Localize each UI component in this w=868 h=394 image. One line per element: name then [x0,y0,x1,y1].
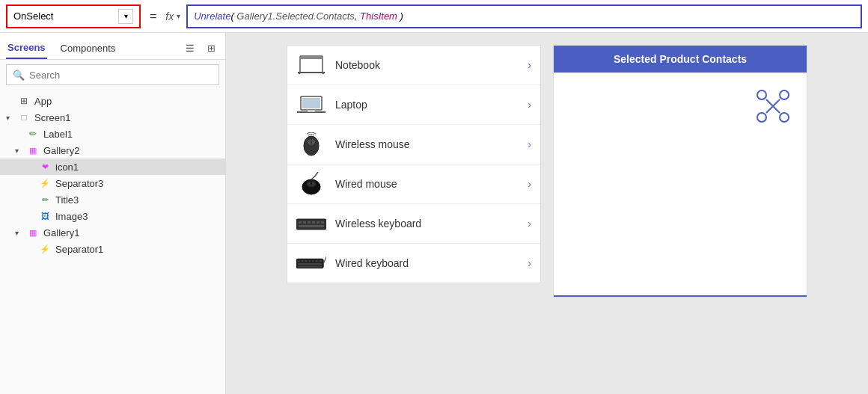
tree: ⊞ App ▾ □ Screen1 ✏ Label1 ▾ ▦ Gallery2 [0,90,225,394]
svg-rect-18 [308,221,311,224]
contacts-separator [554,295,807,297]
svg-rect-28 [312,260,314,262]
svg-rect-6 [302,98,320,108]
svg-rect-1 [300,56,323,59]
search-input[interactable] [29,70,213,81]
tree-label-image3: Image3 [55,211,88,222]
wireless-mouse-svg [297,132,326,156]
tree-item-image3[interactable]: 🖼 Image3 [0,208,225,224]
svg-point-35 [780,90,789,99]
tree-item-screen1[interactable]: ▾ □ Screen1 [0,109,225,126]
contacts-header: Selected Product Contacts [554,46,807,73]
separator1-icon: ⚡ [39,243,51,255]
tree-label-separator3: Separator3 [55,178,103,189]
svg-rect-31 [298,263,322,265]
tree-item-separator1[interactable]: ⚡ Separator1 [0,241,225,257]
tab-icons: ☰ ⊞ [182,40,219,57]
product-name-notebook: Notebook [335,59,519,71]
tree-label-title3: Title3 [55,194,79,206]
formula-bar[interactable]: Unrelate( Gallery1.Selected.Contacts, Th… [186,4,862,28]
svg-rect-30 [319,260,322,262]
svg-rect-26 [305,260,307,262]
separator3-icon: ⚡ [39,177,51,189]
tabs-row: Screens Components ☰ ⊞ [0,33,225,60]
onselect-dropdown[interactable]: OnSelect ▾ [6,4,141,28]
svg-point-37 [780,113,789,122]
svg-rect-15 [296,219,326,230]
search-box: 🔍 [6,64,219,85]
svg-rect-19 [312,221,315,224]
svg-rect-16 [299,221,302,224]
formula-fn: Unrelate [194,10,230,22]
product-name-laptop: Laptop [335,99,519,111]
main-layout: Screens Components ☰ ⊞ 🔍 ⊞ App ▾ □ [0,33,868,394]
app-icon: ⊞ [18,95,30,107]
gallery1-icon: ▦ [27,227,39,238]
product-item-wireless-mouse[interactable]: Wireless mouse › [287,125,540,164]
svg-rect-24 [298,260,300,262]
icon1-icon: ❤ [39,161,51,173]
tree-item-gallery1[interactable]: ▾ ▦ Gallery1 [0,224,225,241]
tree-item-gallery2[interactable]: ▾ ▦ Gallery2 [0,142,225,158]
product-chevron-wireless-keyboard: › [528,218,531,230]
tree-item-icon1[interactable]: ❤ icon1 [0,158,225,175]
content-area: Notebook › Laptop › [226,33,868,394]
product-item-wired-mouse[interactable]: Wired mouse › [287,164,540,204]
product-chevron-wireless-mouse: › [528,138,531,150]
product-item-wired-keyboard[interactable]: Wired keyboard › [287,244,540,283]
svg-rect-25 [302,260,304,262]
list-view-icon[interactable]: ☰ [182,40,198,57]
tree-item-label1[interactable]: ✏ Label1 [0,126,225,142]
laptop-img [296,93,326,117]
search-icon: 🔍 [13,70,25,81]
notebook-svg [297,55,326,76]
tree-label-icon1: icon1 [55,161,79,173]
wired-keyboard-img [296,251,326,275]
tree-arrow-gallery2: ▾ [15,147,22,155]
close-icon-container[interactable] [754,87,792,125]
product-item-notebook[interactable]: Notebook › [287,46,540,85]
image3-icon: 🖼 [39,210,51,222]
contacts-panel: Selected Product Contacts [553,45,807,298]
svg-rect-21 [321,221,324,224]
tree-item-title3[interactable]: ✏ Title3 [0,191,225,208]
product-item-laptop[interactable]: Laptop › [287,85,540,125]
tree-item-app[interactable]: ⊞ App [0,93,225,109]
fx-box: fx ▾ [165,10,180,22]
close-icon[interactable] [754,87,792,125]
product-name-wireless-mouse: Wireless mouse [335,138,519,150]
wired-mouse-svg [297,172,326,196]
tree-label-gallery2: Gallery2 [43,145,79,156]
svg-rect-17 [303,221,306,224]
product-chevron-wired-keyboard: › [528,257,531,269]
tree-item-separator3[interactable]: ⚡ Separator3 [0,175,225,191]
tree-label-separator1: Separator1 [55,244,103,255]
svg-point-36 [757,113,766,122]
contacts-body [554,73,807,297]
svg-point-9 [304,136,319,156]
product-name-wired-keyboard: Wired keyboard [335,257,519,269]
product-chevron-laptop: › [528,99,531,111]
fx-label: fx [165,10,174,22]
tree-arrow-screen1: ▾ [6,114,13,122]
product-item-wireless-keyboard[interactable]: Wireless keyboard › [287,204,540,244]
wired-mouse-img [296,172,326,196]
onselect-label: OnSelect [13,10,115,22]
tree-label-label1: Label1 [43,129,73,140]
tree-arrow-gallery1: ▾ [15,229,22,237]
product-list: Notebook › Laptop › [287,45,541,283]
left-panel: Screens Components ☰ ⊞ 🔍 ⊞ App ▾ □ [0,33,226,394]
grid-view-icon[interactable]: ⊞ [203,40,219,57]
title3-icon: ✏ [39,194,51,206]
svg-point-34 [757,90,766,99]
notebook-img [296,53,326,77]
product-chevron-notebook: › [528,59,531,71]
dropdown-arrow[interactable]: ▾ [118,9,133,24]
product-chevron-wired-mouse: › [528,178,531,190]
svg-rect-22 [299,225,324,227]
tab-screens[interactable]: Screens [6,37,47,59]
wireless-keyboard-svg [296,217,326,230]
fx-chevron[interactable]: ▾ [177,12,180,20]
svg-rect-27 [308,260,311,262]
tab-components[interactable]: Components [59,38,117,58]
